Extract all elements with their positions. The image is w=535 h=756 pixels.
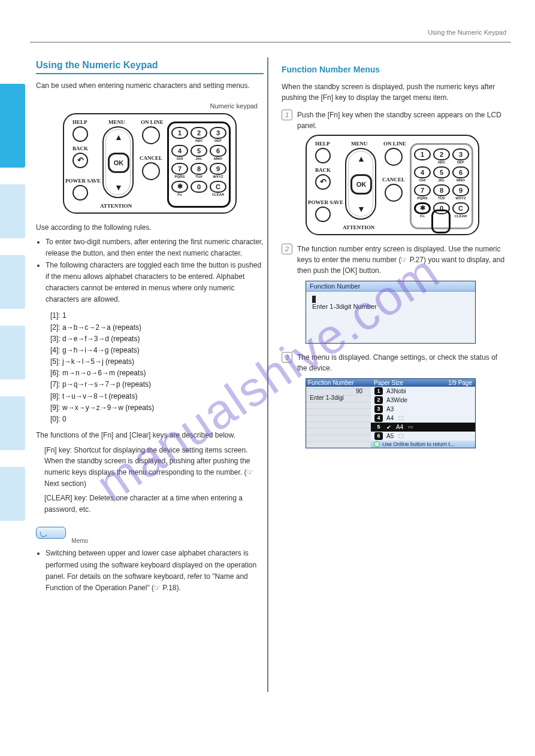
key-8[interactable]: 8	[191, 163, 207, 175]
online-button[interactable]	[142, 126, 160, 144]
numeric-keypad-box: 1 2ABC 3DEF 4GHI 5JKL 6MNO 7PQRS 8TUV 9W…	[167, 122, 231, 208]
key-3[interactable]: 3	[210, 127, 226, 139]
step-3: 3 The menu is displayed. Change settings…	[282, 352, 509, 374]
powersave-label: POWER SAVE	[65, 178, 101, 184]
key-9-sub: WXYZ	[213, 175, 223, 179]
lcd-left-hint: Enter 1-3digi	[306, 394, 371, 401]
lcd-footer-text: Use Online button to return t...	[382, 441, 455, 447]
fn-label: Fn	[420, 214, 424, 218]
orientation-icon: ⬚	[398, 415, 404, 421]
list-item-selected[interactable]: 5A4▭	[371, 423, 475, 432]
orientation-icon: ▭	[408, 424, 413, 430]
side-tab	[0, 467, 25, 521]
powersave-button[interactable]	[72, 185, 88, 201]
step-text: Push the [Fn] key when the standby scree…	[297, 110, 509, 131]
page: 26 Using the Numeric Keypad Using the Nu…	[0, 0, 535, 756]
key-clear[interactable]: C	[452, 202, 469, 214]
online-button[interactable]	[385, 148, 403, 166]
step-number-icon: 1	[282, 110, 292, 120]
lcd-function-number: Function Number Enter 1-3digit Number	[306, 281, 476, 344]
list-item[interactable]: 2A3Wide	[371, 396, 475, 405]
online-label: ON LINE	[383, 141, 406, 147]
key-0[interactable]: 0	[433, 202, 450, 214]
attention-label: ATTENTION	[100, 203, 132, 209]
cancel-button[interactable]	[385, 184, 403, 202]
ok-button[interactable]: OK	[108, 153, 129, 173]
key-7[interactable]: 7	[414, 184, 431, 196]
side-tab	[0, 396, 25, 450]
cancel-button[interactable]	[142, 162, 160, 180]
keypad-keys: 1 2ABC 3DEF 4GHI 5JKL 6MNO 7PQRS 8TUV 9W…	[171, 127, 226, 197]
item-label: A4	[396, 424, 403, 430]
down-arrow-icon[interactable]: ▼	[357, 204, 365, 214]
item-label: A3Nobi	[386, 388, 406, 394]
help-button[interactable]	[72, 126, 88, 142]
key-5[interactable]: 5	[433, 166, 450, 178]
help-label: HELP	[72, 119, 87, 125]
key-5[interactable]: 5	[191, 145, 207, 157]
item-num: 3	[374, 405, 383, 413]
back-button[interactable]: ↶	[72, 153, 88, 168]
key-2[interactable]: 2	[433, 148, 450, 160]
cancel-label: CANCEL	[140, 155, 162, 161]
key-line: [7]: p→q→r→s→7→p (repeats)	[50, 379, 264, 390]
key-0[interactable]: 0	[191, 181, 207, 193]
key-9-sub: WXYZ	[455, 196, 466, 201]
item-num: 4	[374, 414, 383, 422]
lcd-left-value: 90	[356, 388, 362, 394]
clear-description: [CLEAR] key: Deletes one character at a …	[44, 493, 264, 515]
key-8[interactable]: 8	[433, 184, 450, 196]
step-number-icon: 2	[282, 244, 292, 254]
list-item[interactable]: 4A4⬚	[371, 414, 475, 423]
key-9[interactable]: 9	[210, 163, 226, 175]
lcd-page-indicator: 1/9 Page	[448, 379, 472, 386]
key-4-sub: GHI	[177, 157, 183, 161]
powersave-button[interactable]	[315, 207, 331, 222]
key-fn[interactable]: ✱	[414, 202, 431, 214]
key-6[interactable]: 6	[210, 145, 226, 157]
key-star[interactable]: ✱	[171, 181, 188, 193]
page-number: 26	[0, 23, 25, 43]
list-item[interactable]: 6A5⬚	[371, 432, 475, 441]
menu-label: MENU	[351, 141, 368, 147]
memo-icon	[36, 527, 66, 539]
usage-heading: Use according to the following rules.	[36, 222, 264, 233]
cursor-icon	[312, 296, 316, 303]
rules-list: To enter two-digit numbers, after enteri…	[46, 236, 264, 305]
key-line: [1]: 1	[50, 310, 264, 321]
lcd-right-pane: Paper Size 1/9 Page 1A3Nobi 2A3Wide 3A3 …	[371, 379, 475, 448]
cancel-label: CANCEL	[382, 177, 405, 183]
down-arrow-icon[interactable]: ▼	[114, 183, 123, 192]
side-tab	[0, 326, 25, 379]
side-tab	[0, 184, 25, 238]
up-arrow-icon[interactable]: ▲	[114, 132, 123, 142]
key-1[interactable]: 1	[171, 127, 188, 139]
list-item[interactable]: 1A3Nobi	[371, 387, 475, 396]
ok-button[interactable]: OK	[350, 174, 372, 195]
header-rule	[30, 42, 511, 42]
back-button[interactable]: ↶	[315, 174, 331, 190]
back-label: BACK	[72, 145, 88, 151]
key-9[interactable]: 9	[452, 184, 469, 196]
item-num: 6	[374, 432, 383, 440]
menu-label: MENU	[108, 119, 125, 125]
key-4[interactable]: 4	[171, 145, 188, 157]
side-tab	[0, 255, 25, 309]
help-button[interactable]	[315, 148, 331, 163]
fn-label: Fn	[177, 193, 182, 197]
key-clear[interactable]: C	[210, 181, 226, 193]
up-arrow-icon[interactable]: ▲	[357, 154, 365, 163]
key-7[interactable]: 7	[171, 163, 188, 175]
memo-text: Switching between upper and lower case a…	[46, 548, 264, 594]
fn-description: [Fn] key: Shortcut for displaying the de…	[44, 445, 264, 489]
key-line: [9]: w→x→y→z→9→w (repeats)	[50, 402, 264, 414]
key-3[interactable]: 3	[452, 148, 469, 160]
key-4[interactable]: 4	[414, 166, 431, 178]
key-line: [2]: a→b→c→2→a (repeats)	[50, 322, 264, 333]
lcd-right-title: Paper Size	[374, 379, 403, 386]
key-6[interactable]: 6	[452, 166, 469, 178]
key-2[interactable]: 2	[191, 127, 207, 139]
list-item[interactable]: 3A3	[371, 405, 475, 414]
intro-text: Can be used when entering numeric charac…	[36, 80, 264, 92]
key-1[interactable]: 1	[414, 148, 431, 160]
